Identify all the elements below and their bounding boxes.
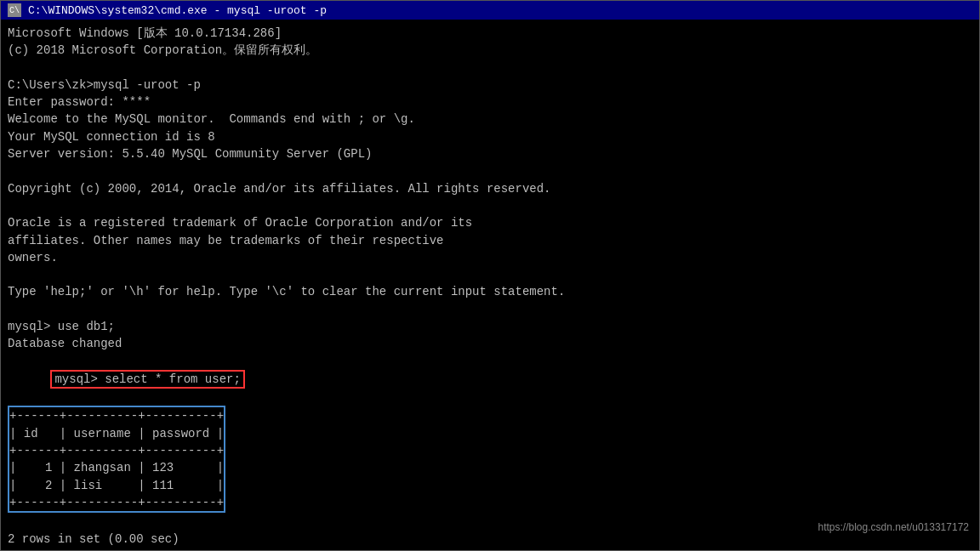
table-bottom-border: +------+----------+----------+ (9, 494, 224, 511)
line-use-db: mysql> use db1; (8, 318, 972, 335)
line-3: C:\Users\zk>mysql -uroot -p (8, 77, 972, 94)
line-db-changed: Database changed (8, 335, 972, 352)
line-blank-3 (8, 197, 972, 214)
watermark: https://blog.csdn.net/u013317172 (818, 520, 969, 535)
select-command-highlight: mysql> select * from user; (50, 370, 244, 389)
cmd-icon: C\ (8, 3, 21, 17)
window-title: C:\WINDOWS\system32\cmd.exe - mysql -uro… (28, 4, 327, 17)
line-blank-4 (8, 266, 972, 283)
line-blank-7 (8, 548, 972, 550)
table-header-sep: +------+----------+----------+ (9, 442, 224, 459)
line-11: owners. (8, 249, 972, 266)
line-8: Copyright (c) 2000, 2014, Oracle and/or … (8, 180, 972, 197)
line-1: Microsoft Windows [版本 10.0.17134.286] (8, 25, 972, 42)
line-9: Oracle is a registered trademark of Orac… (8, 214, 972, 231)
line-4: Enter password: **** (8, 94, 972, 111)
line-10: affiliates. Other names may be trademark… (8, 232, 972, 249)
line-blank-1 (8, 60, 972, 77)
line-blank-5 (8, 301, 972, 318)
query-result-table: +------+----------+----------+ | id | us… (8, 406, 225, 513)
line-5: Welcome to the MySQL monitor. Commands e… (8, 111, 972, 128)
line-2: (c) 2018 Microsoft Corporation。保留所有权利。 (8, 42, 972, 59)
cmd-window: C\ C:\WINDOWS\system32\cmd.exe - mysql -… (0, 0, 980, 551)
line-12: Type 'help;' or '\h' for help. Type '\c'… (8, 283, 972, 300)
table-col-header: | id | username | password | (9, 425, 224, 442)
line-6: Your MySQL connection id is 8 (8, 128, 972, 145)
titlebar: C\ C:\WINDOWS\system32\cmd.exe - mysql -… (1, 1, 979, 20)
terminal-body[interactable]: Microsoft Windows [版本 10.0.17134.286] (c… (1, 20, 979, 550)
table-row-1: | 1 | zhangsan | 123 | (9, 459, 224, 476)
table-top-border: +------+----------+----------+ (9, 407, 224, 424)
table-row-2: | 2 | lisi | 111 | (9, 477, 224, 494)
highlighted-command-line: mysql> select * from user; (8, 353, 972, 406)
line-blank-2 (8, 162, 972, 179)
line-7: Server version: 5.5.40 MySQL Community S… (8, 145, 972, 162)
